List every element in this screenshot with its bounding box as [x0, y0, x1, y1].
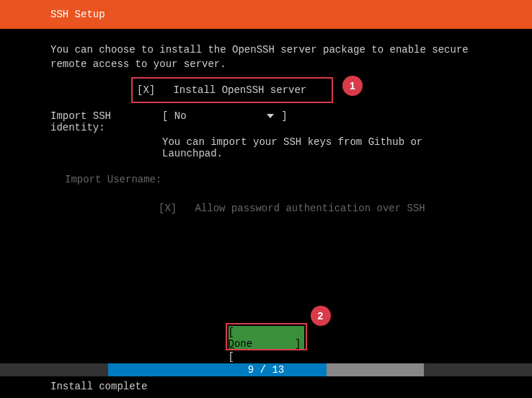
- status-text: Install complete: [50, 381, 147, 392]
- content-area: You can choose to install the OpenSSH se…: [0, 29, 532, 214]
- checkbox-mark-dim: [X]: [159, 203, 177, 214]
- intro-text: You can choose to install the OpenSSH se…: [50, 43, 482, 71]
- import-identity-note: You can import your SSH keys from Github…: [162, 136, 482, 159]
- import-username-row: Import Username:: [50, 174, 482, 185]
- annotation-badge-1: 1: [342, 76, 363, 96]
- header-bar: SSH Setup: [0, 0, 532, 29]
- progress-area: 9 / 13: [0, 363, 532, 376]
- import-identity-label: Import SSH identity:: [50, 110, 162, 133]
- allow-password-checkbox: [X] Allow password authentication over S…: [159, 203, 482, 214]
- allow-password-label: Allow password authentication over SSH: [195, 203, 425, 214]
- done-button[interactable]: [ Done ]: [229, 326, 304, 350]
- progress-text: 9 / 13: [0, 363, 532, 376]
- install-openssh-checkbox[interactable]: [X] Install OpenSSH server 1: [137, 84, 306, 96]
- import-identity-row: Import SSH identity: [ No ]: [50, 110, 482, 133]
- checkbox-mark: [X]: [137, 84, 155, 96]
- import-username-label: Import Username:: [65, 174, 177, 185]
- checkbox-label: Install OpenSSH server: [173, 84, 306, 96]
- chevron-down-icon: [267, 114, 274, 118]
- annotation-badge-2: 2: [311, 306, 331, 326]
- import-identity-dropdown[interactable]: [ No ]: [162, 110, 288, 133]
- page-title: SSH Setup: [50, 9, 105, 20]
